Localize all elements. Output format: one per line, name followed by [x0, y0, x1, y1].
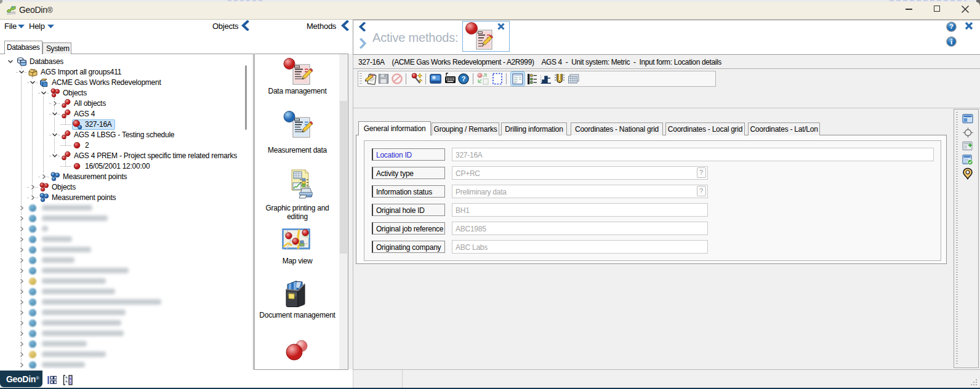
- svg-text:?: ?: [949, 23, 954, 30]
- svg-text:?: ?: [462, 75, 466, 82]
